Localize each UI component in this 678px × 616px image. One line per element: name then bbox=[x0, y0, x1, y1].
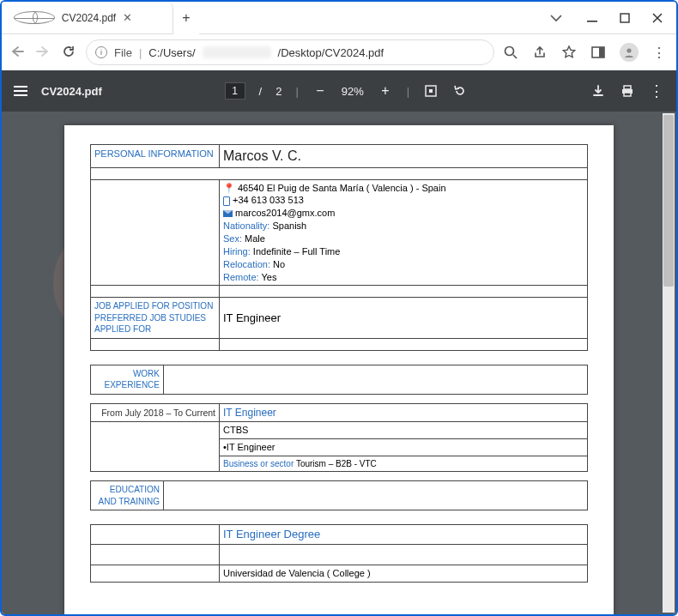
zoom-level: 92% bbox=[342, 85, 364, 98]
tab-close-icon[interactable]: ✕ bbox=[123, 11, 162, 24]
work-exp-label: WORK EXPERIENCE bbox=[91, 365, 164, 394]
browser-tab[interactable]: CV2024.pdf ✕ bbox=[2, 2, 173, 34]
svg-rect-1 bbox=[620, 14, 629, 22]
rotate-icon[interactable] bbox=[452, 83, 468, 99]
education-university: Universidad de Valencia ( College ) bbox=[220, 565, 588, 582]
tabs-dropdown-icon[interactable] bbox=[549, 13, 565, 23]
side-panel-icon[interactable] bbox=[590, 45, 606, 60]
svg-point-2 bbox=[505, 47, 514, 56]
fit-page-icon[interactable] bbox=[423, 83, 439, 99]
phone-icon bbox=[223, 196, 230, 206]
svg-rect-8 bbox=[624, 86, 631, 89]
remote-value: Yes bbox=[261, 272, 276, 282]
cv-phone: +34 613 033 513 bbox=[233, 195, 304, 205]
pdf-filename: CV2024.pdf bbox=[41, 85, 102, 98]
profile-avatar[interactable] bbox=[620, 43, 639, 62]
education-degree: IT Engineer Degree bbox=[220, 525, 588, 545]
cv-email: marcos2014@gmx.com bbox=[235, 208, 335, 218]
cv-address: 46540 El Puig de Santa María ( Valencia … bbox=[238, 183, 446, 193]
omnibox-path-part1: C:/Users/ bbox=[148, 46, 195, 59]
redacted-username bbox=[203, 46, 271, 58]
window-minimize-button[interactable] bbox=[587, 13, 597, 23]
sex-value: Male bbox=[245, 233, 265, 244]
work-sector-value: Tourism – B2B - VTC bbox=[296, 459, 377, 468]
hiring-value: Indefinite – Full Time bbox=[253, 246, 341, 257]
personal-info-label: PERSONAL INFORMATION bbox=[91, 145, 220, 168]
envelope-icon bbox=[223, 210, 233, 217]
menu-icon[interactable] bbox=[14, 86, 27, 96]
page-number-input[interactable]: 1 bbox=[225, 82, 245, 100]
cv-name: Marcos V. C. bbox=[220, 145, 588, 168]
globe-icon bbox=[14, 11, 55, 24]
work-exp-header-table: WORK EXPERIENCE bbox=[90, 365, 588, 395]
zoom-in-button[interactable]: + bbox=[378, 83, 393, 99]
location-pin-icon: 📍 bbox=[223, 182, 235, 195]
work-sector-label: Business or sector bbox=[223, 459, 294, 468]
page-separator: / bbox=[259, 85, 263, 98]
pdf-menu-icon[interactable]: ⋮ bbox=[649, 82, 664, 100]
work-title: IT Engineer bbox=[220, 403, 588, 421]
nationality-label: Nationality: bbox=[223, 220, 269, 231]
titlebar-spacer bbox=[199, 2, 536, 34]
omnibox-search-icon[interactable] bbox=[503, 45, 518, 60]
pdf-viewport[interactable]: pcr....com PERSONAL INFORMATION Marcos V… bbox=[2, 112, 676, 614]
page-total: 2 bbox=[275, 85, 281, 98]
omnibox-path-part2: /Desktop/CV2024.pdf bbox=[278, 46, 384, 59]
browser-menu-icon[interactable]: ⋮ bbox=[652, 45, 666, 61]
pdf-toolbar: CV2024.pdf 1 / 2 | − 92% + | ⋮ bbox=[2, 70, 676, 112]
work-bullet: •IT Engineer bbox=[220, 438, 588, 456]
job-applied-value: IT Engineer bbox=[220, 298, 588, 339]
omnibox-scheme: File bbox=[114, 46, 132, 59]
sex-label: Sex: bbox=[223, 233, 242, 244]
education-table: IT Engineer Degree Universidad de Valenc… bbox=[90, 524, 588, 582]
back-button[interactable] bbox=[9, 45, 26, 60]
window-titlebar: CV2024.pdf ✕ + bbox=[2, 2, 676, 34]
contact-cell: 📍46540 El Puig de Santa María ( Valencia… bbox=[220, 179, 588, 286]
svg-point-5 bbox=[627, 48, 631, 52]
scrollbar-thumb[interactable] bbox=[663, 115, 674, 287]
download-icon[interactable] bbox=[590, 83, 606, 99]
reload-button[interactable] bbox=[60, 45, 77, 61]
zoom-out-button[interactable]: − bbox=[312, 83, 328, 99]
share-icon[interactable] bbox=[532, 45, 548, 60]
address-bar[interactable]: i File | C:/Users//Desktop/CV2024.pdf bbox=[86, 39, 494, 65]
education-header-table: EDUCATION AND TRAINING bbox=[90, 480, 588, 510]
education-label: EDUCATION AND TRAINING bbox=[91, 481, 164, 510]
relocation-value: No bbox=[273, 259, 285, 269]
svg-rect-4 bbox=[599, 47, 604, 57]
remote-label: Remote: bbox=[223, 272, 259, 282]
window-close-button[interactable] bbox=[652, 13, 663, 23]
print-icon[interactable] bbox=[620, 83, 635, 99]
bookmark-star-icon[interactable] bbox=[561, 45, 577, 60]
new-tab-button[interactable]: + bbox=[173, 2, 199, 34]
job-applied-label: JOB APPLIED FOR POSITION PREFERRED JOB S… bbox=[91, 298, 220, 339]
nationality-value: Spanish bbox=[272, 220, 306, 231]
window-maximize-button[interactable] bbox=[620, 13, 630, 23]
hiring-label: Hiring: bbox=[223, 246, 251, 257]
personal-info-table: PERSONAL INFORMATION Marcos V. C. 📍46540… bbox=[90, 144, 588, 351]
tab-title: CV2024.pdf bbox=[62, 12, 116, 24]
forward-button[interactable] bbox=[34, 45, 51, 60]
work-period: From July 2018 – To Current bbox=[91, 403, 220, 421]
scrollbar[interactable] bbox=[663, 113, 675, 613]
svg-rect-7 bbox=[429, 89, 433, 93]
svg-rect-0 bbox=[587, 21, 597, 22]
work-company: CTBS bbox=[220, 422, 588, 439]
work-exp-table: From July 2018 – To Current IT Engineer … bbox=[90, 403, 588, 472]
svg-rect-10 bbox=[624, 93, 631, 96]
browser-toolbar: i File | C:/Users//Desktop/CV2024.pdf ⋮ bbox=[2, 34, 676, 70]
relocation-label: Relocation: bbox=[223, 259, 270, 269]
pdf-page: PERSONAL INFORMATION Marcos V. C. 📍46540… bbox=[64, 125, 614, 614]
site-info-icon[interactable]: i bbox=[95, 46, 107, 58]
